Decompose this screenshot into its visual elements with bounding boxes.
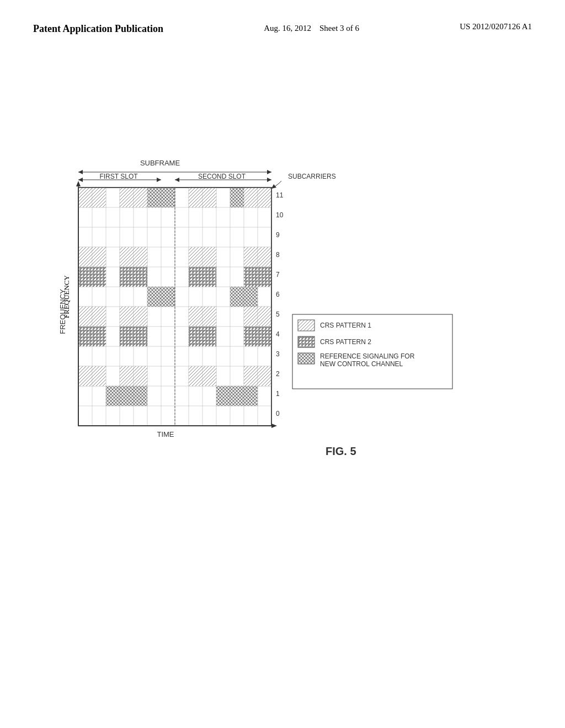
svg-rect-91 xyxy=(244,326,258,346)
svg-text:6: 6 xyxy=(276,291,280,298)
svg-text:3: 3 xyxy=(276,350,280,358)
svg-text:FIRST SLOT: FIRST SLOT xyxy=(99,173,138,180)
svg-rect-68 xyxy=(258,307,271,326)
svg-text:9: 9 xyxy=(276,231,280,239)
svg-rect-50 xyxy=(202,188,216,207)
svg-marker-121 xyxy=(271,184,276,189)
svg-rect-55 xyxy=(120,247,134,267)
svg-rect-83 xyxy=(244,267,258,287)
svg-rect-57 xyxy=(189,247,202,267)
svg-rect-98 xyxy=(230,287,244,307)
svg-rect-82 xyxy=(202,267,216,287)
svg-text:SUBFRAME: SUBFRAME xyxy=(140,159,180,167)
svg-rect-51 xyxy=(244,188,258,207)
publication-date-sheet: Aug. 16, 2012 Sheet 3 of 6 xyxy=(264,22,359,35)
svg-marker-119 xyxy=(267,178,271,182)
diagram-svg: 11 10 9 8 7 6 5 4 3 2 1 0 SUBFRAME FIRST… xyxy=(33,154,530,518)
svg-rect-62 xyxy=(92,307,106,326)
svg-text:5: 5 xyxy=(276,311,280,318)
svg-text:0: 0 xyxy=(276,410,280,417)
svg-rect-104 xyxy=(230,386,244,406)
svg-rect-48 xyxy=(134,188,147,207)
svg-marker-108 xyxy=(76,181,81,186)
svg-rect-86 xyxy=(92,326,106,346)
svg-rect-99 xyxy=(244,287,258,307)
svg-rect-103 xyxy=(216,386,230,406)
svg-text:11: 11 xyxy=(276,191,284,199)
svg-rect-46 xyxy=(92,188,106,207)
svg-rect-74 xyxy=(202,366,216,386)
svg-rect-65 xyxy=(189,307,202,326)
svg-text:SECOND SLOT: SECOND SLOT xyxy=(198,173,246,180)
svg-rect-92 xyxy=(258,326,271,346)
svg-rect-105 xyxy=(244,386,258,406)
svg-rect-52 xyxy=(258,188,271,207)
svg-rect-72 xyxy=(134,366,147,386)
svg-rect-97 xyxy=(161,287,175,307)
svg-rect-47 xyxy=(120,188,134,207)
svg-rect-58 xyxy=(202,247,216,267)
svg-rect-140 xyxy=(292,314,452,389)
svg-rect-87 xyxy=(120,326,134,346)
svg-text:SUBCARRIERS: SUBCARRIERS xyxy=(288,173,336,180)
svg-rect-66 xyxy=(202,307,216,326)
svg-rect-80 xyxy=(134,267,147,287)
svg-rect-90 xyxy=(202,326,216,346)
svg-rect-141 xyxy=(298,320,315,331)
svg-rect-53 xyxy=(78,247,92,267)
svg-rect-69 xyxy=(78,366,92,386)
svg-marker-118 xyxy=(175,178,179,182)
svg-marker-112 xyxy=(78,170,83,174)
svg-text:NEW CONTROL CHANNEL: NEW CONTROL CHANNEL xyxy=(320,360,403,368)
page-header: Patent Application Publication Aug. 16, … xyxy=(0,0,565,47)
svg-rect-102 xyxy=(134,386,147,406)
svg-text:CRS PATTERN 2: CRS PATTERN 2 xyxy=(320,338,371,346)
publication-number: US 2012/0207126 A1 xyxy=(460,22,532,31)
svg-rect-45 xyxy=(78,188,92,207)
publication-title: Patent Application Publication xyxy=(33,22,163,36)
svg-rect-145 xyxy=(298,353,315,364)
svg-rect-95 xyxy=(230,188,244,207)
svg-text:7: 7 xyxy=(276,271,280,279)
svg-rect-89 xyxy=(189,326,202,346)
svg-text:10: 10 xyxy=(276,211,284,219)
svg-text:2: 2 xyxy=(276,370,280,378)
svg-rect-93 xyxy=(147,188,161,207)
svg-rect-85 xyxy=(78,326,92,346)
svg-rect-73 xyxy=(189,366,202,386)
svg-rect-49 xyxy=(189,188,202,207)
svg-text:REFERENCE SIGNALING FOR: REFERENCE SIGNALING FOR xyxy=(320,352,415,360)
svg-text:4: 4 xyxy=(276,330,280,338)
diagram-area: FREQUENCY xyxy=(33,154,530,540)
svg-rect-100 xyxy=(106,386,120,406)
svg-rect-56 xyxy=(134,247,147,267)
svg-marker-113 xyxy=(267,170,271,174)
svg-rect-59 xyxy=(244,247,258,267)
svg-text:CRS PATTERN 1: CRS PATTERN 1 xyxy=(320,322,371,329)
svg-rect-76 xyxy=(258,366,271,386)
svg-rect-79 xyxy=(120,267,134,287)
svg-marker-116 xyxy=(157,178,161,182)
svg-rect-78 xyxy=(92,267,106,287)
svg-marker-115 xyxy=(78,178,83,182)
svg-rect-70 xyxy=(92,366,106,386)
svg-rect-75 xyxy=(244,366,258,386)
svg-marker-110 xyxy=(271,424,277,428)
svg-rect-94 xyxy=(161,188,175,207)
svg-text:8: 8 xyxy=(276,251,280,259)
svg-rect-84 xyxy=(258,267,271,287)
svg-rect-54 xyxy=(92,247,106,267)
svg-text:FREQUENCY: FREQUENCY xyxy=(58,289,67,334)
svg-rect-67 xyxy=(244,307,258,326)
svg-text:FIG. 5: FIG. 5 xyxy=(326,445,356,457)
svg-rect-64 xyxy=(134,307,147,326)
svg-rect-60 xyxy=(258,247,271,267)
svg-rect-61 xyxy=(78,307,92,326)
svg-rect-143 xyxy=(298,336,315,347)
svg-rect-63 xyxy=(120,307,134,326)
svg-rect-96 xyxy=(147,287,161,307)
svg-rect-88 xyxy=(134,326,147,346)
svg-text:1: 1 xyxy=(276,390,280,398)
svg-rect-81 xyxy=(189,267,202,287)
svg-rect-77 xyxy=(78,267,92,287)
